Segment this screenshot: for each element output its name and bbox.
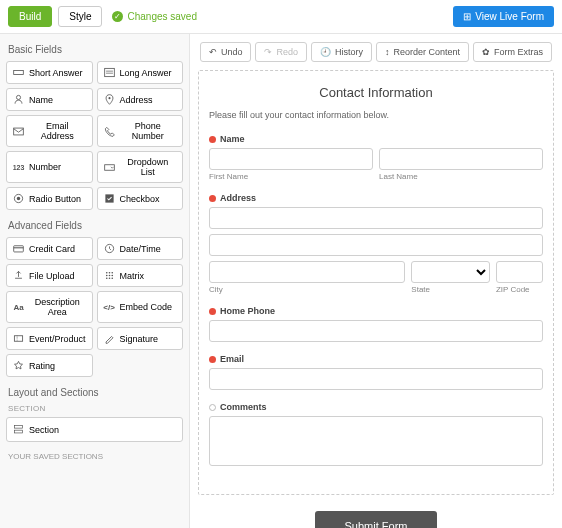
svg-point-22 (111, 277, 113, 279)
field-email-block[interactable]: Email (209, 354, 543, 390)
long-answer-icon (104, 67, 115, 78)
state-select[interactable] (411, 261, 490, 283)
submit-button[interactable]: Submit Form (315, 511, 438, 528)
field-datetime[interactable]: Date/Time (97, 237, 183, 260)
sidebar: Basic Fields Short Answer Long Answer Na… (0, 34, 190, 528)
field-address[interactable]: Address (97, 88, 184, 111)
field-rating[interactable]: Rating (6, 354, 93, 377)
form-area[interactable]: Contact Information Please fill out your… (198, 70, 554, 495)
svg-point-14 (105, 272, 107, 274)
upload-icon (13, 270, 24, 281)
field-matrix[interactable]: Matrix (97, 264, 183, 287)
dropdown-icon (104, 162, 115, 173)
required-icon (209, 136, 216, 143)
field-dropdown[interactable]: Dropdown List (97, 151, 184, 183)
field-embed[interactable]: </>Embed Code (97, 291, 183, 323)
extras-button[interactable]: ✿Form Extras (473, 42, 552, 62)
svg-point-21 (108, 277, 110, 279)
history-icon: 🕘 (320, 47, 331, 57)
canvas: ↶Undo ↷Redo 🕘History ↕Reorder Content ✿F… (190, 34, 562, 528)
text-icon: Aa (13, 302, 24, 313)
field-short-answer[interactable]: Short Answer (6, 61, 93, 84)
build-tab[interactable]: Build (8, 6, 52, 27)
phone-icon (104, 126, 115, 137)
svg-rect-1 (104, 68, 114, 76)
required-icon (209, 356, 216, 363)
comments-input[interactable] (209, 416, 543, 466)
history-button[interactable]: 🕘History (311, 42, 372, 62)
first-name-input[interactable] (209, 148, 373, 170)
address-line1-input[interactable] (209, 207, 543, 229)
field-checkbox[interactable]: Checkbox (97, 187, 184, 210)
saved-text: Changes saved (127, 11, 197, 22)
section-icon (13, 424, 24, 435)
ticket-icon (13, 333, 24, 344)
monitor-icon: ⊞ (463, 11, 471, 22)
basic-fields-heading: Basic Fields (8, 44, 183, 55)
optional-icon (209, 404, 216, 411)
zip-input[interactable] (496, 261, 543, 283)
field-phone-block[interactable]: Home Phone (209, 306, 543, 342)
field-event[interactable]: Event/Product (6, 327, 93, 350)
field-signature[interactable]: Signature (97, 327, 183, 350)
section-button[interactable]: Section (6, 417, 183, 442)
svg-rect-25 (14, 425, 22, 428)
code-icon: </> (104, 302, 115, 313)
radio-icon (13, 193, 24, 204)
address-line2-input[interactable] (209, 234, 543, 256)
person-icon (13, 94, 24, 105)
envelope-icon (13, 126, 24, 137)
field-address-block[interactable]: Address City State ZIP Code (209, 193, 543, 294)
phone-input[interactable] (209, 320, 543, 342)
saved-status: ✓ Changes saved (112, 11, 197, 22)
check-icon: ✓ (112, 11, 123, 22)
section-label: SECTION (8, 404, 183, 413)
svg-point-19 (111, 275, 113, 277)
svg-rect-23 (14, 336, 22, 342)
layout-heading: Layout and Sections (8, 387, 183, 398)
field-file-upload[interactable]: File Upload (6, 264, 93, 287)
field-phone[interactable]: Phone Number (97, 115, 184, 147)
field-number[interactable]: 123Number (6, 151, 93, 183)
svg-point-15 (108, 272, 110, 274)
pen-icon (104, 333, 115, 344)
pin-icon (104, 94, 115, 105)
last-name-sublabel: Last Name (379, 172, 543, 181)
gear-icon: ✿ (482, 47, 490, 57)
view-live-button[interactable]: ⊞ View Live Form (453, 6, 554, 27)
svg-rect-6 (14, 128, 24, 135)
svg-point-18 (108, 275, 110, 277)
email-input[interactable] (209, 368, 543, 390)
redo-button[interactable]: ↷Redo (255, 42, 307, 62)
field-description[interactable]: AaDescription Area (6, 291, 93, 323)
card-icon (13, 243, 24, 254)
number-icon: 123 (13, 162, 24, 173)
last-name-input[interactable] (379, 148, 543, 170)
topbar: Build Style ✓ Changes saved ⊞ View Live … (0, 0, 562, 34)
clock-icon (104, 243, 115, 254)
style-tab[interactable]: Style (58, 6, 102, 27)
field-email[interactable]: Email Address (6, 115, 93, 147)
undo-icon: ↶ (209, 47, 217, 57)
svg-point-17 (105, 275, 107, 277)
field-credit-card[interactable]: Credit Card (6, 237, 93, 260)
field-name-block[interactable]: Name First Name Last Name (209, 134, 543, 181)
svg-rect-0 (14, 70, 24, 74)
svg-point-4 (16, 95, 20, 99)
field-name[interactable]: Name (6, 88, 93, 111)
svg-rect-26 (14, 430, 22, 433)
field-comments-block[interactable]: Comments (209, 402, 543, 468)
svg-point-5 (108, 97, 110, 99)
reorder-button[interactable]: ↕Reorder Content (376, 42, 469, 62)
first-name-sublabel: First Name (209, 172, 373, 181)
canvas-toolbar: ↶Undo ↷Redo 🕘History ↕Reorder Content ✿F… (198, 42, 554, 62)
star-icon (13, 360, 24, 371)
advanced-fields-heading: Advanced Fields (8, 220, 183, 231)
saved-sections-label: YOUR SAVED SECTIONS (8, 452, 183, 461)
field-radio[interactable]: Radio Button (6, 187, 93, 210)
form-title: Contact Information (209, 85, 543, 100)
field-long-answer[interactable]: Long Answer (97, 61, 184, 84)
matrix-icon (104, 270, 115, 281)
undo-button[interactable]: ↶Undo (200, 42, 252, 62)
city-input[interactable] (209, 261, 405, 283)
